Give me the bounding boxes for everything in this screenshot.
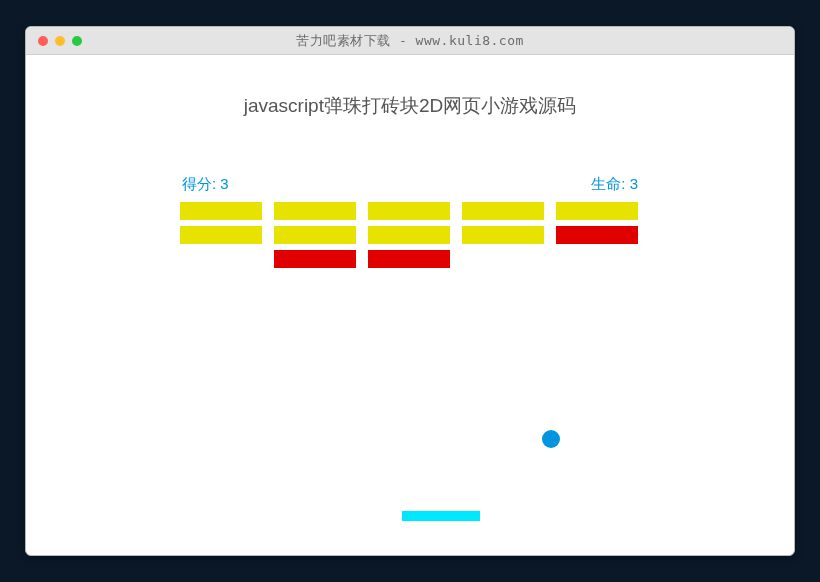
score-display: 得分: 3 xyxy=(182,175,229,194)
score-value: 3 xyxy=(220,175,228,192)
brick-row xyxy=(180,202,640,220)
app-window: 苦力吧素材下载 - www.kuli8.com javascript弹珠打砖块2… xyxy=(25,26,795,556)
brick xyxy=(368,226,450,244)
window-title: 苦力吧素材下载 - www.kuli8.com xyxy=(26,32,794,50)
brick xyxy=(180,226,262,244)
brick-row xyxy=(180,250,640,268)
content-area: javascript弹珠打砖块2D网页小游戏源码 得分: 3 生命: 3 xyxy=(26,55,794,555)
minimize-icon[interactable] xyxy=(55,36,65,46)
brick xyxy=(368,202,450,220)
brick xyxy=(274,250,356,268)
brick-row xyxy=(180,226,640,244)
brick xyxy=(274,202,356,220)
brick xyxy=(274,226,356,244)
game-canvas[interactable]: 得分: 3 生命: 3 xyxy=(180,175,640,525)
brick xyxy=(462,202,544,220)
brick xyxy=(180,202,262,220)
brick xyxy=(368,250,450,268)
lives-display: 生命: 3 xyxy=(591,175,638,194)
brick xyxy=(556,202,638,220)
titlebar: 苦力吧素材下载 - www.kuli8.com xyxy=(26,27,794,55)
traffic-lights xyxy=(26,36,82,46)
brick-empty xyxy=(462,250,544,268)
lives-value: 3 xyxy=(630,175,638,192)
paddle[interactable] xyxy=(402,511,480,521)
hud: 得分: 3 生命: 3 xyxy=(180,175,640,194)
ball xyxy=(542,430,560,448)
brick xyxy=(462,226,544,244)
brick-grid xyxy=(180,202,640,268)
lives-label: 生命 xyxy=(591,175,621,192)
maximize-icon[interactable] xyxy=(72,36,82,46)
brick xyxy=(556,226,638,244)
page-title: javascript弹珠打砖块2D网页小游戏源码 xyxy=(26,55,794,119)
brick-empty xyxy=(180,250,262,268)
brick-empty xyxy=(556,250,638,268)
score-label: 得分 xyxy=(182,175,212,192)
close-icon[interactable] xyxy=(38,36,48,46)
